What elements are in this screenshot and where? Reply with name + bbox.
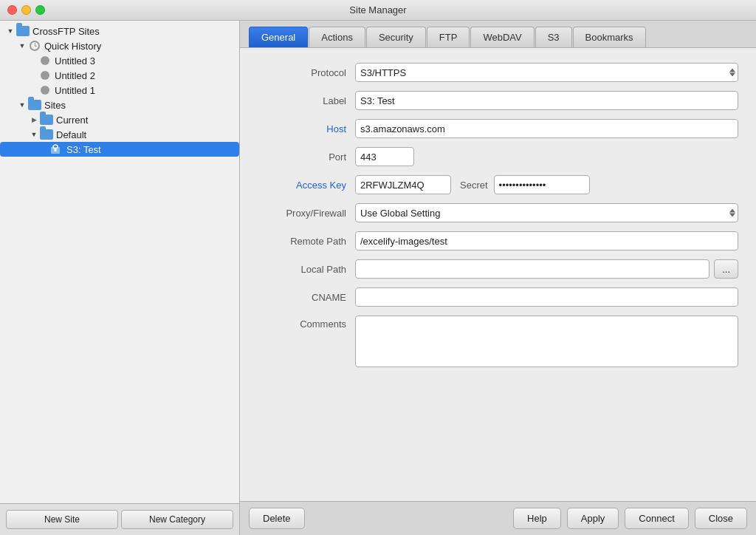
default-label: Default (56, 129, 86, 140)
circle-icon-untitled1 (38, 84, 52, 96)
cname-input[interactable] (355, 287, 738, 307)
clock-icon-wrapper (28, 40, 41, 52)
sidebar: ▼ CrossFTP Sites ▼ Quick History (0, 21, 240, 535)
untitled3-label: Untitled 3 (55, 55, 95, 67)
folder-icon-sites (28, 99, 41, 111)
close-button[interactable] (7, 5, 17, 15)
folder-icon-default (40, 129, 53, 140)
sidebar-item-untitled3[interactable]: Untitled 3 (0, 53, 239, 68)
cname-row: CNAME (258, 287, 738, 307)
connect-button[interactable]: Connect (625, 508, 688, 529)
label-row: Label (258, 91, 738, 110)
sites-label: Sites (44, 100, 66, 111)
new-site-button[interactable]: New Site (6, 510, 118, 529)
form-area: Protocol S3/HTTPS S3/HTTP S3/Custom Labe… (240, 48, 756, 501)
main-layout: ▼ CrossFTP Sites ▼ Quick History (0, 21, 756, 535)
secret-label: Secret (460, 180, 488, 191)
port-label: Port (258, 151, 346, 163)
sidebar-item-crossftp-sites[interactable]: ▼ CrossFTP Sites (0, 24, 239, 38)
protocol-label: Protocol (258, 67, 346, 78)
tab-s3[interactable]: S3 (535, 27, 572, 47)
s3-test-label: S3: Test (66, 144, 101, 155)
proxy-select-wrapper: Use Global Setting None SOCKS4 SOCKS5 HT… (355, 203, 738, 222)
traffic-lights (7, 5, 45, 15)
svg-rect-2 (55, 149, 57, 151)
sidebar-item-untitled2[interactable]: Untitled 2 (0, 68, 239, 83)
circle-icon-untitled3 (38, 55, 52, 67)
host-input[interactable] (355, 119, 738, 138)
delete-button[interactable]: Delete (249, 508, 305, 529)
port-input[interactable] (355, 147, 414, 166)
remote-path-input[interactable] (355, 231, 738, 251)
site-lock-icon (50, 143, 63, 155)
secret-input[interactable] (494, 175, 590, 194)
tab-actions[interactable]: Actions (309, 27, 365, 47)
untitled1-label: Untitled 1 (55, 85, 95, 96)
label-input[interactable] (355, 91, 738, 110)
sidebar-item-s3-test[interactable]: S3: Test (0, 142, 239, 157)
window-title: Site Manager (349, 4, 406, 16)
bottom-bar: Delete Help Apply Connect Close (240, 501, 756, 535)
port-row: Port (258, 147, 738, 166)
protocol-row: Protocol S3/HTTPS S3/HTTP S3/Custom (258, 63, 738, 82)
current-label: Current (56, 115, 88, 126)
folder-icon-crossftp (16, 25, 30, 37)
comments-input[interactable] (355, 316, 738, 367)
tab-ftp[interactable]: FTP (427, 27, 470, 47)
access-key-label: Access Key (258, 180, 346, 191)
cname-label: CNAME (258, 292, 346, 303)
proxy-select[interactable]: Use Global Setting None SOCKS4 SOCKS5 HT… (355, 203, 738, 222)
remote-path-row: Remote Path (258, 231, 738, 251)
sidebar-footer: New Site New Category (0, 503, 239, 535)
comments-label: Comments (258, 316, 346, 330)
tab-webdav[interactable]: WebDAV (470, 27, 534, 47)
label-label: Label (258, 95, 346, 106)
close-button[interactable]: Close (695, 508, 747, 529)
sidebar-item-default[interactable]: ▼ Default (0, 127, 239, 142)
tab-bookmarks[interactable]: Bookmarks (573, 27, 646, 47)
protocol-select-wrapper: S3/HTTPS S3/HTTP S3/Custom (355, 63, 738, 82)
tree-arrow-current: ▶ (30, 115, 38, 124)
apply-button[interactable]: Apply (567, 508, 619, 529)
untitled2-label: Untitled 2 (55, 70, 95, 81)
remote-path-label: Remote Path (258, 236, 346, 247)
tab-bar: General Actions Security FTP WebDAV S3 B… (240, 21, 756, 48)
sidebar-item-sites[interactable]: ▼ Sites (0, 98, 239, 112)
svg-rect-1 (53, 145, 58, 149)
sidebar-item-quick-history[interactable]: ▼ Quick History (0, 38, 239, 53)
host-label: Host (258, 123, 346, 134)
crossftp-sites-label: CrossFTP Sites (32, 26, 100, 37)
sidebar-item-untitled1[interactable]: Untitled 1 (0, 83, 239, 98)
tab-security[interactable]: Security (366, 27, 426, 47)
proxy-label: Proxy/Firewall (258, 208, 346, 219)
content-area: General Actions Security FTP WebDAV S3 B… (240, 21, 756, 535)
access-key-row: Access Key Secret (258, 175, 738, 194)
folder-icon-current (40, 114, 53, 126)
browse-button[interactable]: ... (714, 259, 738, 279)
access-key-input[interactable] (355, 175, 451, 194)
comments-row: Comments (258, 316, 738, 367)
local-path-label: Local Path (258, 264, 346, 275)
sidebar-tree: ▼ CrossFTP Sites ▼ Quick History (0, 21, 239, 503)
tab-general[interactable]: General (249, 27, 308, 47)
tree-arrow-crossftp: ▼ (6, 27, 15, 35)
local-path-input[interactable] (355, 259, 709, 279)
titlebar: Site Manager (0, 0, 756, 21)
proxy-row: Proxy/Firewall Use Global Setting None S… (258, 203, 738, 222)
circle-icon-untitled2 (38, 69, 52, 81)
host-row: Host (258, 119, 738, 138)
help-button[interactable]: Help (513, 508, 561, 529)
maximize-button[interactable] (35, 5, 45, 15)
protocol-select[interactable]: S3/HTTPS S3/HTTP S3/Custom (355, 63, 738, 82)
new-category-button[interactable]: New Category (121, 510, 233, 529)
tree-arrow-quick-history: ▼ (18, 41, 27, 50)
sidebar-item-current[interactable]: ▶ Current (0, 112, 239, 127)
quick-history-label: Quick History (44, 41, 101, 52)
local-path-row: Local Path ... (258, 259, 738, 279)
tree-arrow-default: ▼ (30, 130, 38, 139)
tree-arrow-sites: ▼ (18, 100, 27, 109)
minimize-button[interactable] (21, 5, 31, 15)
